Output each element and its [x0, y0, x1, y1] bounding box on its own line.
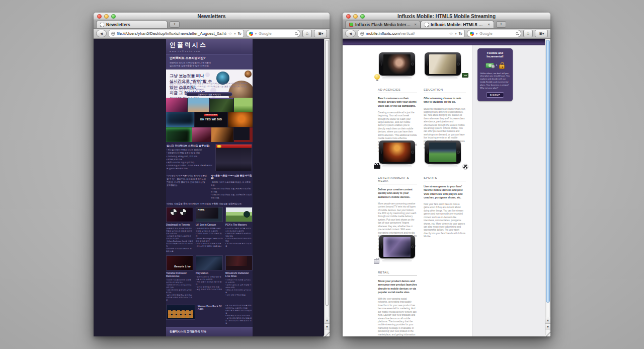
page-favicon — [100, 23, 104, 27]
search-engine-dropdown-icon[interactable]: ▼ — [255, 32, 257, 35]
url-bar[interactable]: file:///Users/yhan5/Desktop/influxis/new… — [109, 30, 244, 37]
case-title: PGA's The Masters — [225, 224, 253, 227]
bookmarks-panel-button[interactable] — [535, 30, 548, 37]
tab-influxis-mobile[interactable]: Influxis Mobile: HTML5 Mobile S... × — [421, 21, 494, 28]
scroll-down-button[interactable]: ▼ — [545, 323, 550, 330]
vertical-scrollbar[interactable]: ▲ ▼ — [324, 39, 330, 336]
collage-photo-tile — [228, 112, 253, 127]
section-body: Now your fans don't have to miss a game … — [424, 203, 466, 239]
case-bullets: 야마하 디스클라비어의 연주를 실시간으로 원격 전송전세계 어디서나 라이브 … — [166, 279, 193, 302]
case-grid-row-1: Deadmau5 in Toronto 토론토의 공연 현장을 전세계 유저들과… — [166, 207, 253, 253]
tab-influxis-flash-media[interactable]: Influxis Flash Media Interactive ... × — [345, 21, 421, 28]
reload-icon[interactable]: ↻ — [458, 31, 462, 36]
window-titlebar[interactable]: Influxis Mobile: HTML5 Mobile Streaming — [343, 13, 550, 20]
scroll-down-button[interactable]: ▼ — [325, 323, 330, 330]
back-button[interactable] — [345, 30, 356, 37]
bullet-item: 연주 데이터와 동영상의 실시간 동기화 — [166, 289, 193, 294]
reload-icon[interactable]: ↻ — [237, 31, 242, 36]
bullet-item: 인터뷰와 하이라이트 영상 VOD 제공 — [225, 238, 253, 243]
scrollbar-thumb[interactable] — [325, 40, 329, 306]
iphone-mockup — [379, 141, 415, 164]
search-engine-dropdown-icon[interactable]: ▼ — [475, 32, 478, 35]
search-bar[interactable]: ▼ Google — [246, 30, 300, 37]
collage-photo-tile — [211, 127, 233, 142]
search-icon[interactable] — [295, 32, 297, 35]
tab-newsletters[interactable]: Newsletters — [96, 21, 168, 28]
bookmarks-panel-button[interactable] — [314, 30, 327, 37]
case-title: Yamaha Disklavier RemoteLive — [166, 272, 193, 278]
zoom-window-button[interactable] — [360, 14, 365, 19]
site-identity-icon — [111, 32, 115, 36]
section-retail: RETAIL Show your product demos and annou… — [378, 234, 417, 336]
new-tab-button[interactable]: + — [496, 21, 506, 28]
close-window-button[interactable] — [346, 14, 351, 19]
bullet-item: 정해진 시간의 스트리밍은 무료로, 그 이후엔 유료. — [211, 181, 252, 187]
search-bar[interactable]: ▼ Google — [467, 30, 521, 37]
phone-earpiece — [427, 62, 428, 66]
bullet-item: 크라우드소싱 카메라 - 스마트폰들을 이용해 동영상을 모바일 현장에서 전송 — [167, 164, 213, 170]
bullet-item: 수백만의 유저들이 스트리밍에 실시간으로 참여 — [166, 235, 193, 240]
bookmark-star-icon[interactable]: ☆ — [449, 31, 453, 36]
vertical-scrollbar[interactable]: ▲ ▼ — [545, 39, 550, 336]
google-search-engine-icon[interactable] — [470, 32, 474, 36]
signup-button[interactable]: SIGNUP — [486, 92, 504, 98]
section-heading: EDUCATION — [424, 88, 466, 93]
bullet-item: 광고와 스폰서십을 통한 수익 창출 — [225, 243, 253, 248]
google-search-engine-icon[interactable] — [249, 32, 253, 36]
case-bullets: 토론토의 공연 현장을 전세계 유저들과 실시간으로 공유한 인터랙티브 스트리… — [166, 228, 193, 253]
close-tab-icon[interactable]: × — [414, 23, 417, 27]
hero-cta-button[interactable]: 인플럭시스 샘플 보러가기 — [186, 92, 232, 96]
phone-screen-entertainment — [383, 143, 411, 162]
bullet-item: 실시간 채팅 참여와 무비 클립 공유 - 페이스북이나 SNS 홍보로 연결 — [225, 317, 253, 325]
cloud-paywall-section: 여러 종류의 네트웍들이라도 동시에 핸들링 할 수 있는 클라우드, 네트워크… — [166, 173, 253, 200]
section-heading: ENTERTAINMENT & MEDIA — [378, 176, 417, 184]
bullet-item: Influxis Backstage Cam을 이용한 무대 뒤 현장 공개 — [196, 238, 223, 243]
scroll-up-button[interactable]: ▲ — [545, 317, 550, 323]
case-title: Warner Bros Rock Of Ages — [198, 305, 223, 324]
bullet-item: 배우 들과 팬들의 실시간 만남 진행 — [225, 310, 253, 315]
back-button[interactable] — [96, 30, 107, 37]
case-card-deadmau5: Deadmau5 in Toronto 토론토의 공연 현장을 전세계 유저들과… — [166, 207, 193, 253]
minimize-window-button[interactable] — [104, 14, 109, 19]
solutions-title: 실시간 인터랙티브 스트리밍 솔루션들: — [167, 144, 213, 147]
phone-screen-ad — [383, 54, 411, 74]
phone-home-button — [411, 245, 414, 248]
bullet-item: 다양한 모바일 기기로 이벤트 참여 — [196, 233, 223, 238]
section-heading: SPORTS — [424, 176, 466, 181]
newsletter-hero: 그냥 보는것을 떠나 실시간으로 "참여"할 수 있는 스트리밍, 지금 그 현… — [166, 69, 253, 98]
collage-photo-tile — [188, 98, 209, 112]
url-dropdown-icon[interactable]: ▼ — [234, 32, 236, 35]
case-bullets: 아웃랜더 시승 현장을 실시간으로 스트리밍유저가 원격으로 실제 차량을 시승… — [225, 279, 253, 297]
scrollbar-thumb[interactable] — [546, 40, 550, 303]
tab-bar: Influxis Flash Media Interactive ... × I… — [343, 20, 550, 29]
phone-screen-retail — [383, 237, 411, 257]
bullet-item: 스탠다드 스트리밍은 무료, 인터랙티브 스트리밍은 유료. — [211, 193, 252, 199]
window-title: Newsletters — [94, 13, 330, 20]
page-side-panel: Flexible and Incremental! › Unlike other… — [472, 45, 545, 336]
scroll-up-button[interactable]: ▲ — [325, 317, 330, 323]
case-bullets: 록 오브 에이지스의 홍보를 위한 인터랙티브 스트리밍 이벤트배우 들과 팬들… — [225, 305, 253, 325]
close-window-button[interactable] — [97, 14, 102, 19]
bookmark-star-icon[interactable]: ☆ — [228, 31, 232, 36]
zoom-window-button[interactable] — [111, 14, 116, 19]
home-button[interactable] — [523, 30, 533, 37]
close-tab-icon[interactable]: × — [488, 23, 490, 27]
url-bar[interactable]: mobile.influxis.com/vertical/ ☆ ▼ ↻ — [358, 30, 465, 37]
window-titlebar[interactable]: Newsletters — [94, 13, 330, 20]
url-dropdown-icon[interactable]: ▼ — [455, 32, 457, 35]
case-card-yamaha: Remote Live Yamaha Disklavier RemoteLive… — [166, 255, 193, 302]
new-tab-button[interactable]: + — [170, 21, 180, 28]
bullet-item: 플레이스테이션 신제품 발표 행사를 실시간 스트리밍 — [196, 276, 223, 281]
home-button[interactable] — [302, 30, 312, 37]
soccer-ball-icon — [462, 164, 468, 170]
collage-photo-tile — [166, 112, 194, 127]
section-heading: AD AGENCIES — [378, 88, 417, 93]
minimize-window-button[interactable] — [353, 14, 358, 19]
hero-photo-circle — [245, 71, 252, 78]
dollar-bill-icon — [486, 63, 494, 68]
section-sports: SPORTS Live stream games to your fans' f… — [424, 139, 466, 239]
section-body: With the ever-growing social networks, g… — [378, 298, 417, 336]
case-title: Lil' Jon in Cancun — [196, 224, 223, 227]
search-icon[interactable] — [516, 32, 518, 35]
case-bullets: 플레이스테이션 신제품 발표 행사를 실시간 스트리밍게임 팬들이 모바일로 행… — [196, 276, 223, 291]
